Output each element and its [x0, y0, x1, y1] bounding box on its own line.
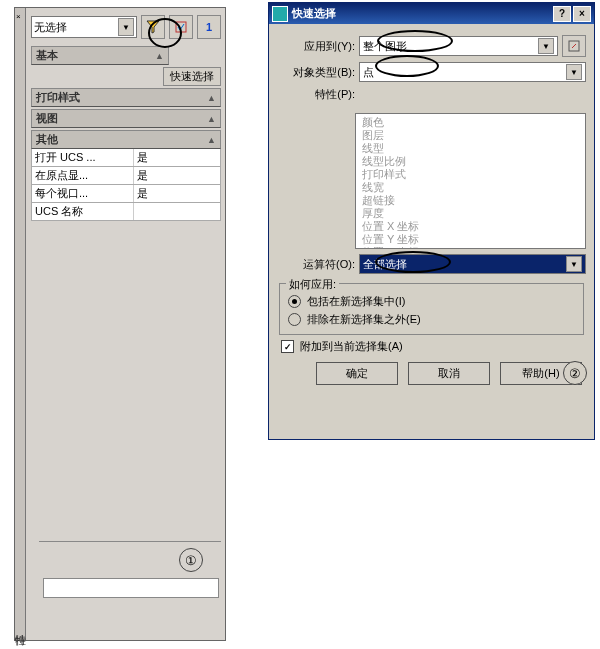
section-other[interactable]: 其他▲ [31, 130, 221, 149]
object-type-label: 对象类型(B): [277, 65, 359, 80]
svg-rect-0 [176, 22, 186, 32]
section-view[interactable]: 视图▲ [31, 109, 221, 128]
properties-palette: × 特性 无选择▼ 1 基本▲ 快速选择 打印样式▲ [14, 7, 226, 641]
palette-grip[interactable]: × [15, 8, 26, 640]
apply-to-label: 应用到(Y): [277, 39, 359, 54]
divider [39, 541, 221, 542]
radio-include[interactable]: 包括在新选择集中(I) [288, 292, 575, 310]
append-checkbox[interactable]: ✓附加到当前选择集(A) [281, 339, 582, 354]
operator-label: 运算符(O): [277, 257, 359, 272]
prop-row[interactable]: UCS 名称 [31, 203, 221, 221]
close-button[interactable]: × [573, 6, 591, 22]
properties-label: 特性(P): [277, 87, 359, 102]
app-icon [272, 6, 288, 22]
section-print-style[interactable]: 打印样式▲ [31, 88, 221, 107]
annotation-badge-2: ② [563, 361, 587, 385]
select-objects-icon[interactable] [562, 35, 586, 57]
filter-icon[interactable] [141, 15, 165, 39]
annotation-badge-1: ① [179, 548, 203, 572]
how-apply-group: 如何应用: 包括在新选择集中(I) 排除在新选择集之外(E) [279, 283, 584, 335]
cancel-button[interactable]: 取消 [408, 362, 490, 385]
toggle-pim-icon[interactable]: 1 [197, 15, 221, 39]
prop-row[interactable]: 每个视口...是 [31, 185, 221, 203]
quick-select-icon[interactable] [169, 15, 193, 39]
radio-exclude[interactable]: 排除在新选择集之外(E) [288, 310, 575, 328]
dialog-title: 快速选择 [292, 6, 336, 21]
quick-select-dialog: 快速选择 ? × 应用到(Y): 整个图形▼ 对象类型(B): 点▼ 特性(P)… [268, 2, 595, 440]
prop-row[interactable]: 在原点显...是 [31, 167, 221, 185]
quick-select-button[interactable]: 快速选择 [163, 67, 221, 86]
ok-button[interactable]: 确定 [316, 362, 398, 385]
object-type-combo[interactable]: 点▼ [359, 62, 586, 82]
properties-listbox[interactable]: 颜色图层 线型线型比例 打印样式线宽 超链接厚度 位置 X 坐标位置 Y 坐标 … [355, 113, 586, 249]
section-basic[interactable]: 基本▲ [31, 46, 169, 65]
apply-to-combo[interactable]: 整个图形▼ [359, 36, 558, 56]
selection-combo[interactable]: 无选择▼ [31, 16, 137, 38]
help-button[interactable]: ? [553, 6, 571, 22]
quick-calc-input[interactable] [43, 578, 219, 598]
operator-combo[interactable]: 全部选择▼ [359, 254, 586, 274]
prop-row[interactable]: 打开 UCS ...是 [31, 149, 221, 167]
titlebar[interactable]: 快速选择 ? × [269, 3, 594, 24]
